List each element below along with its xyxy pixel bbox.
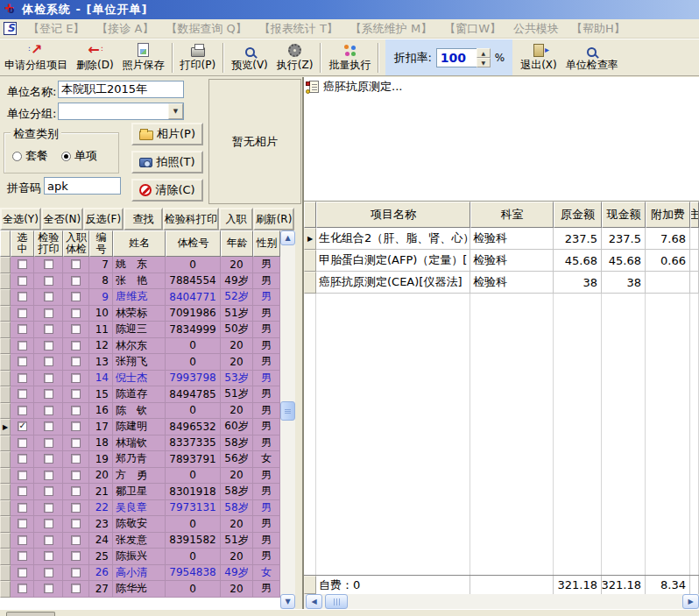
select-checkbox[interactable]	[18, 486, 27, 496]
select-checkbox[interactable]	[18, 373, 27, 383]
person-row[interactable]: 23陈敬安020男	[0, 516, 295, 533]
action-search-button[interactable]: 查找	[124, 208, 163, 230]
person-row[interactable]: ▶17陈建明849653260岁男	[0, 419, 295, 435]
action-select-all-button[interactable]: 全选(Y)	[0, 208, 41, 230]
onboard-checkbox[interactable]	[71, 421, 81, 431]
onboard-checkbox[interactable]	[71, 373, 81, 383]
lab-print-checkbox[interactable]	[44, 503, 53, 513]
spin-down-icon[interactable]: ▼	[477, 58, 491, 67]
select-checkbox[interactable]	[18, 324, 27, 334]
person-row[interactable]: 26高小清795483849岁女	[0, 565, 295, 582]
scrollbar-thumb[interactable]	[280, 401, 295, 421]
lab-print-checkbox[interactable]	[44, 584, 53, 593]
onboard-checkbox[interactable]	[71, 519, 81, 528]
toolbar-delete-button[interactable]: 删除(D)	[72, 40, 118, 75]
person-row[interactable]: 19郑乃青789379156岁女	[0, 451, 295, 468]
people-table-scrollbar[interactable]: ▲ ▼	[280, 230, 295, 609]
item-row[interactable]: 甲胎蛋白测定(AFP)（定量）[检验科45.6845.680.66	[304, 250, 699, 272]
select-checkbox[interactable]	[18, 406, 27, 415]
lab-print-checkbox[interactable]	[44, 486, 53, 496]
select-checkbox[interactable]	[18, 551, 27, 561]
lab-print-checkbox[interactable]	[44, 276, 53, 286]
person-row[interactable]: 9唐维克840477152岁男	[0, 289, 295, 306]
select-checkbox[interactable]	[18, 276, 27, 286]
menu-item[interactable]: 【登记 E】	[22, 21, 90, 37]
lab-print-checkbox[interactable]	[44, 421, 53, 431]
onboard-checkbox[interactable]	[71, 406, 81, 415]
menu-item[interactable]: 公共模块	[507, 21, 565, 37]
scroll-down-icon[interactable]: ▼	[280, 594, 295, 609]
toolbar-execute-button[interactable]: 执行(Z)	[272, 40, 318, 75]
lab-print-checkbox[interactable]	[44, 373, 53, 383]
toolbar-exit-button[interactable]: 退出(X)	[516, 40, 561, 75]
scroll-right-icon[interactable]: ▶	[682, 594, 699, 609]
scroll-up-icon[interactable]: ▲	[280, 230, 295, 245]
menu-item[interactable]: 【接诊 A】	[90, 21, 159, 37]
select-checkbox[interactable]	[18, 259, 27, 269]
discount-spinner[interactable]: ▲ ▼	[477, 48, 491, 67]
select-checkbox[interactable]	[18, 341, 27, 350]
tree-item[interactable]: 癌胚抗原测定...	[304, 77, 699, 96]
lab-print-checkbox[interactable]	[44, 438, 53, 448]
toolbar-unit-check-rate-button[interactable]: 单位检查率	[561, 40, 623, 75]
person-row[interactable]: 21鄒卫星830191858岁男	[0, 484, 295, 500]
person-row[interactable]: 10林荣标709198651岁男	[0, 306, 295, 322]
person-row[interactable]: 14倪士杰799379853岁男	[0, 371, 295, 387]
menu-item[interactable]: 【报表统计 T】	[253, 21, 344, 37]
lab-print-checkbox[interactable]	[44, 568, 53, 577]
radio-single-icon[interactable]	[61, 152, 71, 161]
person-row[interactable]: 15陈道存849478551岁男	[0, 386, 295, 403]
lab-print-checkbox[interactable]	[44, 341, 53, 350]
onboard-checkbox[interactable]	[71, 471, 81, 480]
person-row[interactable]: 22吴良章797313158岁男	[0, 500, 295, 517]
chevron-down-icon[interactable]: ▼	[168, 103, 183, 119]
photo-button[interactable]: 相片(P)	[131, 123, 203, 145]
lab-print-checkbox[interactable]	[44, 471, 53, 480]
select-checkbox[interactable]	[18, 454, 27, 464]
person-row[interactable]: 25陈振兴020男	[0, 549, 295, 565]
radio-package-icon[interactable]	[12, 152, 22, 161]
radio-single[interactable]: 单项	[61, 148, 97, 164]
select-checkbox[interactable]	[18, 471, 27, 480]
onboard-checkbox[interactable]	[71, 584, 81, 593]
onboard-checkbox[interactable]	[71, 259, 81, 269]
select-checkbox[interactable]	[18, 503, 27, 513]
person-row[interactable]: 20方 勇020男	[0, 468, 295, 485]
select-checkbox[interactable]	[18, 568, 27, 577]
item-row[interactable]: ▶生化组合2（肝、脂、肾、心）检验科237.5237.57.68	[304, 228, 699, 250]
onboard-checkbox[interactable]	[71, 535, 81, 545]
clear-button[interactable]: 清除(C)	[131, 179, 203, 202]
lab-print-checkbox[interactable]	[44, 535, 53, 545]
onboard-checkbox[interactable]	[71, 438, 81, 448]
item-row[interactable]: 癌胚抗原测定(CEA)[仪器法]检验科3838	[304, 272, 699, 294]
h-scrollbar-thumb[interactable]	[325, 594, 348, 609]
toolbar-print-button[interactable]: 打印(P)	[176, 40, 221, 75]
unit-name-input[interactable]	[58, 81, 184, 98]
lab-print-checkbox[interactable]	[44, 454, 53, 464]
action-refresh-button[interactable]: 刷新(R)	[253, 208, 294, 230]
menu-item[interactable]: 【系统维护 M】	[344, 21, 438, 37]
onboard-checkbox[interactable]	[71, 276, 81, 286]
onboard-checkbox[interactable]	[71, 324, 81, 334]
person-row[interactable]: 12林尔东020男	[0, 338, 295, 355]
lab-print-checkbox[interactable]	[44, 292, 53, 301]
bottom-tab-fragment[interactable]	[6, 612, 55, 616]
select-checkbox[interactable]	[18, 438, 27, 448]
select-checkbox[interactable]	[18, 292, 27, 301]
action-onboard-button[interactable]: 入职	[219, 208, 253, 230]
person-row[interactable]: 8张 艳788455449岁男	[0, 273, 295, 290]
lab-print-checkbox[interactable]	[44, 357, 53, 366]
select-checkbox[interactable]	[18, 584, 27, 593]
items-table-scrollbar[interactable]: ◀ ▶	[304, 594, 699, 609]
lab-print-checkbox[interactable]	[44, 308, 53, 318]
onboard-checkbox[interactable]	[71, 341, 81, 350]
menu-item[interactable]: 【帮助H】	[565, 21, 632, 37]
onboard-checkbox[interactable]	[71, 486, 81, 496]
action-select-none-button[interactable]: 全否(N)	[41, 208, 83, 230]
onboard-checkbox[interactable]	[71, 292, 81, 301]
toolbar-photo-save-button[interactable]: 照片保存	[118, 40, 169, 75]
person-row[interactable]: 18林瑞钦833733558岁男	[0, 435, 295, 452]
person-row[interactable]: 24张发意839158251岁男	[0, 533, 295, 549]
spin-up-icon[interactable]: ▲	[477, 48, 491, 58]
lab-print-checkbox[interactable]	[44, 551, 53, 561]
